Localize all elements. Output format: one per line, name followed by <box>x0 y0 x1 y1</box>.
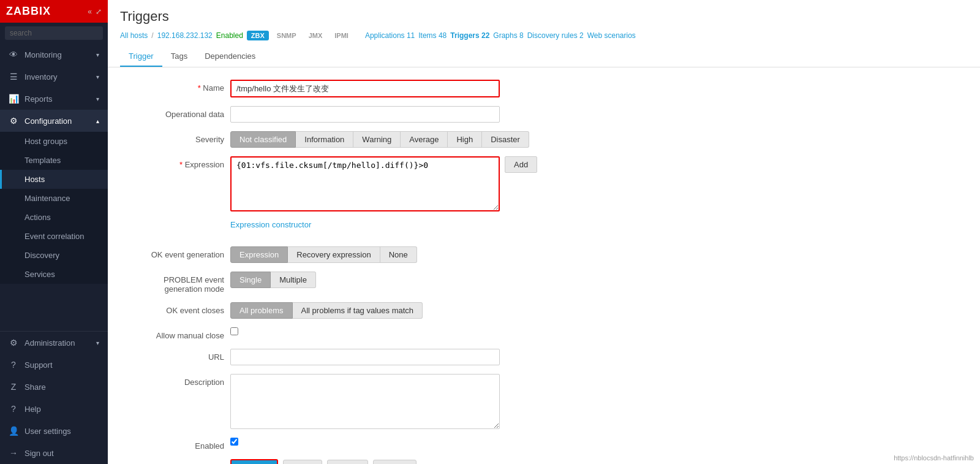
sidebar-item-configuration[interactable]: ⚙ Configuration ▴ <box>0 110 108 132</box>
support-label: Support <box>24 360 53 370</box>
sidebar-item-user-settings[interactable]: 👤 User settings <box>0 420 108 442</box>
allow-manual-close-label: Allow manual close <box>126 327 224 340</box>
trigger-form: Name Operational data Severity Not class… <box>108 67 980 464</box>
sidebar-item-inventory[interactable]: ☰ Inventory ▾ <box>0 66 108 88</box>
ok-closes-all-problems[interactable]: All problems <box>230 302 293 319</box>
expression-input[interactable]: {01:vfs.file.cksum[/tmp/hello].diff()}>0 <box>230 156 500 211</box>
severity-high[interactable]: High <box>448 131 482 148</box>
monitoring-label: Monitoring <box>24 50 62 59</box>
expression-area: {01:vfs.file.cksum[/tmp/hello].diff()}>0… <box>230 156 537 211</box>
collapse-icon[interactable]: « <box>88 7 92 16</box>
reports-arrow: ▾ <box>96 96 99 102</box>
items-link[interactable]: Items 48 <box>418 31 447 40</box>
jmx-badge: JMX <box>304 31 327 40</box>
reports-icon: 📊 <box>9 94 18 104</box>
tab-dependencies[interactable]: Dependencies <box>196 47 264 67</box>
problem-event-single[interactable]: Single <box>230 272 271 288</box>
sidebar-item-administration[interactable]: ⚙ Administration ▾ <box>0 332 108 354</box>
sidebar-bottom: ⚙ Administration ▾ ? Support Z Share ? H… <box>0 331 108 464</box>
sidebar-item-discovery[interactable]: Discovery <box>0 246 108 265</box>
configuration-icon: ⚙ <box>9 116 18 126</box>
configuration-subnav: Host groups Templates Hosts Maintenance … <box>0 132 108 284</box>
discovery-rules-link[interactable]: Discovery rules 2 <box>527 31 584 40</box>
sidebar-item-reports[interactable]: 📊 Reports ▾ <box>0 88 108 110</box>
applications-link[interactable]: Applications 11 <box>365 31 415 40</box>
tab-tags[interactable]: Tags <box>162 47 196 67</box>
breadcrumb-all-hosts[interactable]: All hosts <box>120 31 148 40</box>
sidebar-item-templates[interactable]: Templates <box>0 151 108 170</box>
tab-trigger[interactable]: Trigger <box>120 47 162 67</box>
add-button[interactable]: Add <box>505 156 537 173</box>
ok-event-closes-row: OK event closes All problems All problem… <box>126 302 962 319</box>
sidebar-item-hosts[interactable]: Hosts <box>0 170 108 189</box>
severity-not-classified[interactable]: Not classified <box>230 131 296 148</box>
severity-average[interactable]: Average <box>401 131 448 148</box>
search-area <box>0 23 108 44</box>
ok-event-close-buttons: All problems All problems if tag values … <box>230 302 423 319</box>
main-content: Triggers All hosts / 192.168.232.132 Ena… <box>108 0 980 464</box>
severity-information[interactable]: Information <box>296 131 353 148</box>
configuration-label: Configuration <box>24 116 72 126</box>
enabled-checkbox[interactable] <box>230 438 238 446</box>
sidebar-item-monitoring[interactable]: 👁 Monitoring ▾ <box>0 44 108 66</box>
sidebar-item-maintenance[interactable]: Maintenance <box>0 189 108 208</box>
severity-buttons: Not classified Information Warning Avera… <box>230 131 529 148</box>
enabled-badge: Enabled <box>216 31 243 40</box>
expression-constructor-link[interactable]: Expression constructor <box>230 220 311 229</box>
clone-button[interactable]: Clone <box>283 460 322 464</box>
severity-label: Severity <box>126 131 224 144</box>
ok-event-recovery[interactable]: Recovery expression <box>288 246 380 263</box>
sidebar-item-help[interactable]: ? Help <box>0 398 108 420</box>
snmp-badge: SNMP <box>273 31 301 40</box>
allow-manual-close-row: Allow manual close <box>126 327 962 340</box>
sidebar-item-share[interactable]: Z Share <box>0 376 108 398</box>
description-input[interactable] <box>230 374 500 429</box>
inventory-icon: ☰ <box>9 72 18 82</box>
monitoring-icon: 👁 <box>9 50 18 59</box>
severity-disaster[interactable]: Disaster <box>482 131 529 148</box>
ok-event-none[interactable]: None <box>380 246 417 263</box>
severity-warning[interactable]: Warning <box>353 131 401 148</box>
share-label: Share <box>24 382 46 392</box>
expression-label: Expression <box>126 156 224 169</box>
update-button[interactable]: Update <box>230 459 278 464</box>
user-settings-label: User settings <box>24 427 71 436</box>
url-input[interactable] <box>230 349 500 365</box>
sidebar-item-support[interactable]: ? Support <box>0 354 108 376</box>
ok-closes-tag-match[interactable]: All problems if tag values match <box>293 302 423 319</box>
sidebar-item-event-correlation[interactable]: Event correlation <box>0 227 108 246</box>
ok-event-label: OK event generation <box>126 246 224 259</box>
ok-event-buttons: Expression Recovery expression None <box>230 246 417 263</box>
name-input[interactable] <box>230 80 500 97</box>
breadcrumb-ip[interactable]: 192.168.232.132 <box>157 31 213 40</box>
sidebar-item-services[interactable]: Services <box>0 265 108 284</box>
ok-event-expression[interactable]: Expression <box>230 246 288 263</box>
search-input[interactable] <box>5 26 103 40</box>
delete-button[interactable]: Delete <box>327 460 369 464</box>
expand-icon[interactable]: ⤢ <box>96 7 102 16</box>
operational-data-input[interactable] <box>230 106 500 123</box>
problem-event-multiple[interactable]: Multiple <box>271 272 316 288</box>
inventory-label: Inventory <box>24 72 57 82</box>
sidebar-item-host-groups[interactable]: Host groups <box>0 132 108 151</box>
action-buttons: Update Clone Delete Cancel <box>230 459 962 464</box>
graphs-link[interactable]: Graphs 8 <box>493 31 523 40</box>
sidebar-controls: « ⤢ <box>88 7 102 16</box>
problem-event-buttons: Single Multiple <box>230 272 316 288</box>
sidebar-item-sign-out[interactable]: → Sign out <box>0 442 108 464</box>
problem-event-label: PROBLEM event generation mode <box>126 272 224 294</box>
enabled-label: Enabled <box>126 438 224 451</box>
url-row: URL <box>126 349 962 365</box>
support-icon: ? <box>9 360 18 370</box>
description-label: Description <box>126 374 224 387</box>
allow-manual-close-checkbox[interactable] <box>230 327 238 335</box>
problem-event-row: PROBLEM event generation mode Single Mul… <box>126 272 962 294</box>
sign-out-label: Sign out <box>24 449 54 458</box>
web-scenarios-link[interactable]: Web scenarios <box>587 31 636 40</box>
sidebar-item-actions[interactable]: Actions <box>0 208 108 227</box>
triggers-link[interactable]: Triggers 22 <box>450 31 489 40</box>
logo-area: ZABBIX « ⤢ <box>0 0 108 23</box>
reports-label: Reports <box>24 94 53 104</box>
zbx-badge[interactable]: ZBX <box>247 31 269 40</box>
cancel-button[interactable]: Cancel <box>373 460 416 464</box>
